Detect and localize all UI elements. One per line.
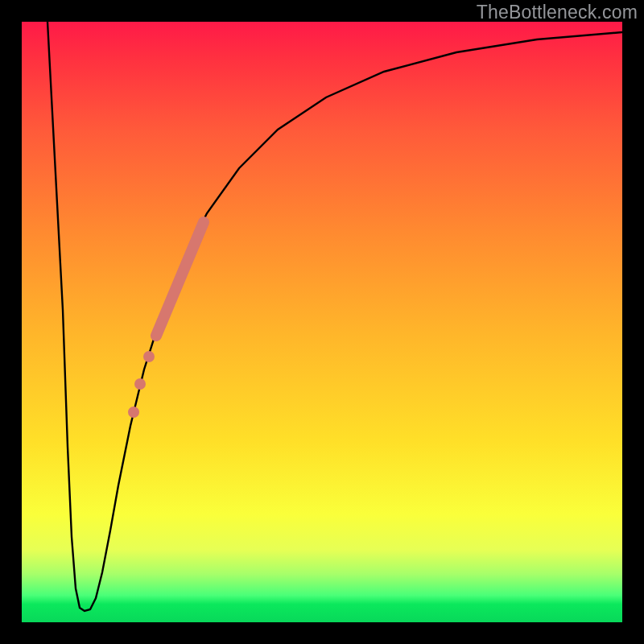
highlight-band bbox=[156, 222, 204, 336]
highlight-dot bbox=[143, 351, 155, 362]
highlight-dot bbox=[134, 378, 146, 390]
chart-svg bbox=[22, 22, 622, 622]
plot-area bbox=[22, 22, 622, 622]
highlight-dot bbox=[128, 407, 139, 418]
chart-frame: TheBottleneck.com bbox=[0, 0, 644, 644]
watermark-text: TheBottleneck.com bbox=[477, 2, 638, 23]
bottleneck-curve bbox=[47, 22, 622, 611]
